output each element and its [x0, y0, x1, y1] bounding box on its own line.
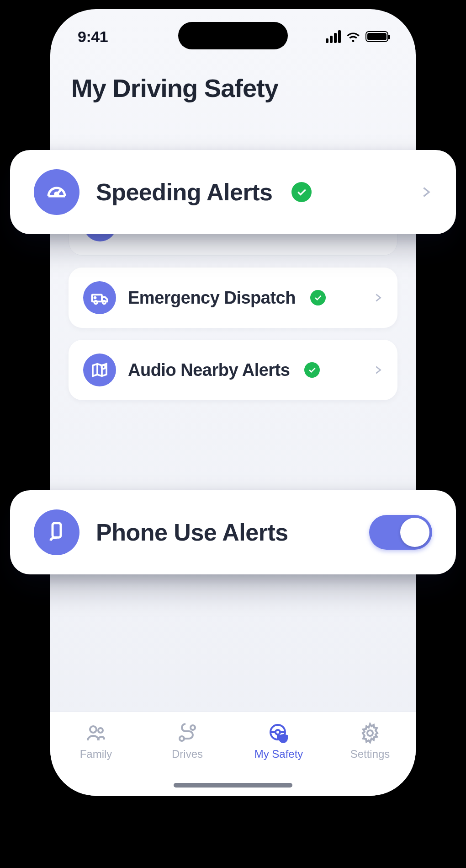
row-label: Emergency Dispatch [128, 288, 296, 308]
tab-label: Settings [350, 748, 390, 761]
row-label: Phone Use Alerts [96, 519, 288, 546]
row-phone-use-alerts[interactable]: Phone Use Alerts [10, 490, 456, 574]
svg-point-5 [98, 728, 103, 733]
tab-label: My Safety [254, 748, 303, 761]
wifi-icon [345, 31, 361, 43]
tab-family[interactable]: Family [59, 722, 132, 761]
gauge-icon [34, 169, 79, 215]
row-audio-nearby[interactable]: Audio Nearby Alerts [69, 340, 397, 400]
home-indicator[interactable] [174, 783, 292, 788]
route-icon [176, 722, 198, 744]
svg-point-10 [367, 730, 373, 736]
page-title: My Driving Safety [71, 73, 395, 103]
row-label: Speeding Alerts [96, 178, 272, 206]
status-time: 9:41 [78, 28, 108, 46]
tab-label: Drives [172, 748, 203, 761]
steering-shield-icon [268, 722, 290, 744]
gear-icon [359, 722, 381, 744]
tab-settings[interactable]: Settings [334, 722, 407, 761]
cellular-icon [326, 30, 341, 43]
phone-hand-icon [34, 509, 79, 555]
check-icon [304, 362, 320, 378]
ambulance-icon [83, 281, 116, 314]
svg-point-6 [180, 736, 184, 741]
tab-bar: Family Drives My Safety Settings [50, 712, 416, 796]
svg-point-3 [101, 365, 105, 369]
status-indicators [326, 30, 388, 43]
row-label: Audio Nearby Alerts [128, 360, 290, 380]
notch [178, 22, 288, 49]
check-icon [310, 290, 326, 305]
phone-frame: 9:41 My Driving Safety Crash Detection [50, 9, 416, 796]
toggle-phone-use[interactable] [369, 515, 432, 550]
tab-my-safety[interactable]: My Safety [242, 722, 315, 761]
row-speeding-alerts[interactable]: Speeding Alerts [10, 150, 456, 234]
row-emergency-dispatch[interactable]: Emergency Dispatch [69, 268, 397, 328]
svg-rect-12 [53, 523, 61, 538]
toggle-knob [400, 518, 429, 547]
svg-point-7 [191, 725, 195, 730]
family-icon [85, 722, 107, 744]
svg-point-4 [90, 726, 96, 733]
svg-point-9 [275, 730, 280, 734]
battery-icon [365, 31, 388, 42]
row-placeholder-phone [69, 412, 397, 471]
chevron-right-icon [373, 362, 383, 378]
chevron-right-icon [373, 289, 383, 306]
map-pin-icon [83, 354, 116, 386]
tab-label: Family [80, 748, 112, 761]
tab-drives[interactable]: Drives [151, 722, 224, 761]
chevron-right-icon [419, 182, 432, 202]
check-icon [291, 182, 312, 202]
